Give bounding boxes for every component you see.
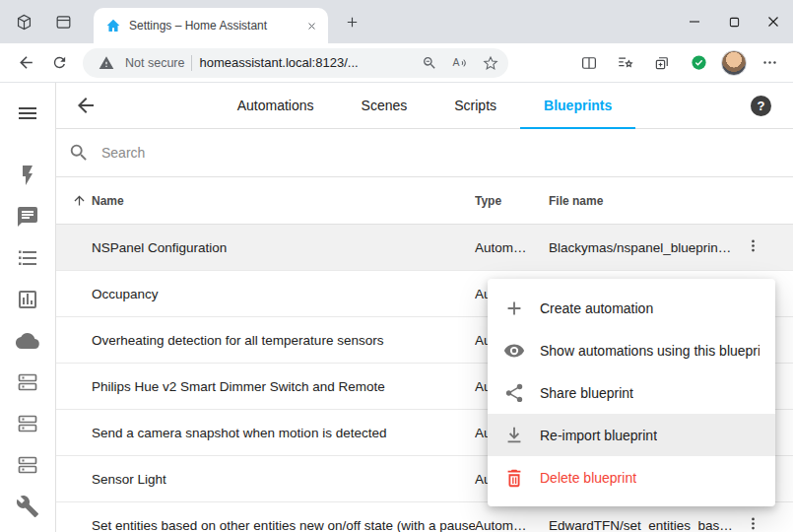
tab-scenes[interactable]: Scenes — [338, 83, 431, 129]
close-tab-icon[interactable] — [302, 17, 320, 34]
logbook-icon[interactable] — [16, 246, 39, 270]
address-bar[interactable]: Not secure homeassistant.local:8123/... … — [83, 48, 508, 78]
tab-actions-icon[interactable] — [47, 6, 79, 37]
tab-title: Settings – Home Assistant — [129, 19, 295, 33]
menu-item-label: Share blueprint — [540, 385, 633, 401]
column-header-name[interactable]: Name — [56, 193, 475, 208]
refresh-icon[interactable] — [43, 47, 75, 79]
column-header-file[interactable]: File name — [549, 194, 742, 208]
row-name: Occupancy — [56, 287, 475, 301]
row-type: Autom… — [475, 518, 549, 532]
more-menu-icon[interactable] — [756, 47, 783, 79]
ha-back-icon[interactable] — [74, 94, 98, 117]
ha-sidebar — [0, 83, 56, 532]
search-bar — [56, 129, 793, 177]
window-controls — [675, 0, 793, 43]
svg-text:A: A — [453, 56, 460, 68]
toolbar-right-icons — [575, 47, 783, 79]
ha-header: Automations Scenes Scripts Blueprints ? — [56, 83, 793, 129]
delete-icon — [503, 467, 525, 489]
warning-icon — [95, 51, 118, 75]
close-window-icon[interactable] — [754, 0, 793, 43]
download-icon — [503, 425, 525, 446]
tab-label: Automations — [237, 98, 314, 113]
menu-item-label: Show automations using this blueprint — [540, 343, 760, 359]
cloud-icon[interactable] — [16, 329, 39, 353]
assist-chat-icon[interactable] — [16, 205, 39, 229]
row-type: Autom… — [475, 240, 549, 255]
split-screen-icon[interactable] — [575, 47, 603, 79]
table-row[interactable]: Set entities based on other entities new… — [56, 502, 793, 532]
browser-tab[interactable]: Settings – Home Assistant — [94, 8, 328, 43]
row-name: Philips Hue v2 Smart Dimmer Switch and R… — [56, 379, 475, 394]
collections-icon[interactable] — [648, 47, 676, 79]
menu-item-label: Create automation — [540, 300, 653, 316]
security-label[interactable]: Not secure — [125, 56, 184, 70]
menu-item-share-blueprint[interactable]: Share blueprint — [488, 371, 775, 414]
blueprint-context-menu: Create automation Show automations using… — [488, 279, 775, 506]
menu-item-label: Re-import blueprint — [540, 428, 657, 443]
row-overflow-menu-icon[interactable] — [742, 237, 761, 257]
server-icon[interactable] — [16, 370, 39, 394]
url-text[interactable]: homeassistant.local:8123/... — [199, 55, 411, 70]
energy-icon[interactable] — [16, 164, 39, 187]
history-chart-icon[interactable] — [16, 288, 39, 311]
profile-avatar[interactable] — [721, 50, 747, 76]
menu-item-delete-blueprint[interactable]: Delete blueprint — [488, 456, 775, 499]
menu-item-create-automation[interactable]: Create automation — [488, 287, 775, 329]
column-header-type[interactable]: Type — [475, 194, 549, 208]
menu-item-label: Delete blueprint — [540, 470, 636, 486]
share-icon — [503, 382, 525, 404]
favorites-hub-icon[interactable] — [612, 47, 639, 79]
menu-icon[interactable] — [16, 101, 39, 125]
column-label: Name — [92, 194, 124, 208]
tab-scripts[interactable]: Scripts — [430, 83, 520, 129]
menu-item-reimport-blueprint[interactable]: Re-import blueprint — [488, 414, 775, 456]
server-icon[interactable] — [16, 453, 39, 477]
tab-automations[interactable]: Automations — [214, 83, 338, 129]
tab-label: Scripts — [454, 98, 496, 113]
server-icon[interactable] — [16, 412, 39, 435]
plus-icon — [503, 298, 525, 319]
browser-toolbar: Not secure homeassistant.local:8123/... … — [0, 43, 793, 83]
new-tab-icon[interactable] — [339, 9, 364, 34]
maximize-icon[interactable] — [714, 0, 754, 43]
eye-icon — [503, 340, 525, 362]
minimize-icon[interactable] — [675, 0, 714, 43]
row-name: Overheating detection for all temperatur… — [56, 333, 475, 348]
row-overflow-menu-icon[interactable] — [742, 515, 761, 532]
favorite-star-icon[interactable] — [479, 51, 502, 75]
row-name: Sensor Light — [56, 472, 475, 487]
browser-tab-bar: Settings – Home Assistant — [0, 0, 793, 43]
row-name: NSPanel Configuration — [56, 240, 475, 255]
table-header: Name Type File name — [56, 177, 793, 225]
tools-wrench-icon[interactable] — [16, 495, 39, 518]
home-assistant-favicon — [105, 18, 121, 33]
tab-label: Blueprints — [544, 98, 612, 113]
search-icon — [68, 142, 90, 164]
extension-icon[interactable] — [685, 47, 712, 79]
row-file: Blackymas/nspanel_blueprin… — [549, 240, 742, 255]
workspaces-icon[interactable] — [8, 6, 39, 37]
search-input[interactable] — [101, 145, 793, 161]
row-file: EdwardTFN/set_entities_bas… — [549, 518, 742, 532]
tab-blueprints[interactable]: Blueprints — [520, 83, 635, 129]
row-name: Set entities based on other entities new… — [56, 518, 475, 532]
help-icon[interactable]: ? — [751, 96, 771, 116]
zoom-out-icon[interactable] — [418, 51, 441, 75]
sort-ascending-icon — [72, 193, 87, 208]
row-name: Send a camera snapshot when motion is de… — [56, 426, 475, 440]
table-row[interactable]: NSPanel Configuration Autom… Blackymas/n… — [56, 225, 793, 271]
tab-label: Scenes — [362, 98, 408, 113]
menu-item-show-automations[interactable]: Show automations using this blueprint — [488, 329, 775, 371]
ha-tab-bar: Automations Scenes Scripts Blueprints — [56, 83, 793, 129]
back-icon[interactable] — [10, 47, 41, 79]
address-separator — [191, 55, 192, 71]
read-aloud-icon[interactable]: A — [448, 51, 472, 75]
